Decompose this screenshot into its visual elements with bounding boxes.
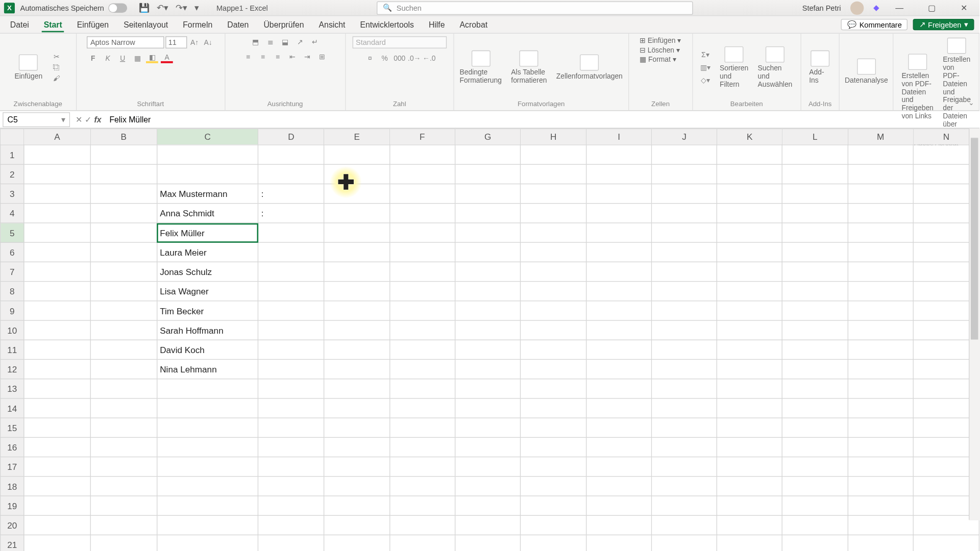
cell-L21[interactable] (782, 535, 848, 551)
column-header-M[interactable]: M (848, 129, 914, 145)
cell-B11[interactable] (90, 340, 157, 359)
cell-M6[interactable] (848, 242, 914, 262)
cell-F18[interactable] (389, 477, 455, 496)
copy-icon[interactable]: ⿻ (51, 62, 63, 72)
cell-K18[interactable] (717, 477, 782, 496)
cell-H15[interactable] (521, 418, 586, 437)
cell-E7[interactable] (324, 262, 389, 281)
cell-F15[interactable] (389, 418, 455, 437)
cell-B20[interactable] (90, 515, 157, 535)
cell-J10[interactable] (652, 320, 717, 340)
cell-H5[interactable] (521, 223, 586, 242)
cell-F17[interactable] (389, 457, 455, 477)
column-header-J[interactable]: J (652, 129, 717, 145)
share-button[interactable]: ↗ Freigeben ▾ (913, 19, 974, 30)
cell-D5[interactable] (258, 223, 324, 242)
toggle-off-icon[interactable] (108, 3, 127, 12)
cell-J8[interactable] (652, 282, 717, 301)
cell-G6[interactable] (455, 242, 521, 262)
cell-A15[interactable] (24, 418, 90, 437)
cell-L12[interactable] (782, 359, 848, 379)
cell-L16[interactable] (782, 437, 848, 457)
cell-G17[interactable] (455, 457, 521, 477)
cell-A10[interactable] (24, 320, 90, 340)
cell-L14[interactable] (782, 398, 848, 418)
cell-F3[interactable] (389, 184, 455, 203)
cell-J17[interactable] (652, 457, 717, 477)
sort-filter-button[interactable]: Sortieren und Filtern (718, 45, 749, 89)
fill-color-icon[interactable]: ◧ (146, 53, 158, 63)
cell-E21[interactable] (324, 535, 389, 551)
cell-C2[interactable] (157, 164, 258, 184)
cell-J5[interactable] (652, 223, 717, 242)
cell-E20[interactable] (324, 515, 389, 535)
cell-D9[interactable] (258, 301, 324, 320)
cell-H18[interactable] (521, 477, 586, 496)
cell-A21[interactable] (24, 535, 90, 551)
bold-button[interactable]: F (87, 53, 99, 63)
cell-C15[interactable] (157, 418, 258, 437)
column-header-H[interactable]: H (521, 129, 586, 145)
cell-D6[interactable] (258, 242, 324, 262)
cell-M16[interactable] (848, 437, 914, 457)
cell-E8[interactable] (324, 282, 389, 301)
cell-E9[interactable] (324, 301, 389, 320)
cell-C7[interactable]: Jonas Schulz (157, 262, 258, 281)
cell-L17[interactable] (782, 457, 848, 477)
cancel-formula-icon[interactable]: ✕ (76, 115, 82, 124)
select-all-corner[interactable] (1, 129, 24, 145)
cell-H20[interactable] (521, 515, 586, 535)
cell-E16[interactable] (324, 437, 389, 457)
cell-C4[interactable]: Anna Schmidt (157, 204, 258, 223)
tab-start[interactable]: Start (38, 18, 68, 31)
cell-L8[interactable] (782, 282, 848, 301)
cell-G11[interactable] (455, 340, 521, 359)
cell-I11[interactable] (586, 340, 652, 359)
cell-H6[interactable] (521, 242, 586, 262)
cell-J16[interactable] (652, 437, 717, 457)
pdf-link-button[interactable]: Erstellen von PDF-Dateien und Freigeben … (900, 53, 935, 121)
format-as-table-button[interactable]: Als Tabelle formatieren (510, 49, 548, 85)
cell-B5[interactable] (90, 223, 157, 242)
cell-G2[interactable] (455, 164, 521, 184)
avatar[interactable] (850, 1, 864, 14)
cell-I16[interactable] (586, 437, 652, 457)
cell-G5[interactable] (455, 223, 521, 242)
cell-D10[interactable] (258, 320, 324, 340)
tab-einfügen[interactable]: Einfügen (71, 18, 115, 31)
wrap-text-icon[interactable]: ↵ (309, 36, 321, 47)
cell-H9[interactable] (521, 301, 586, 320)
cell-B6[interactable] (90, 242, 157, 262)
cell-L1[interactable] (782, 145, 848, 164)
autosave-toggle[interactable]: Automatisches Speichern (20, 3, 127, 12)
cell-F12[interactable] (389, 359, 455, 379)
cell-K2[interactable] (717, 164, 782, 184)
cell-A18[interactable] (24, 477, 90, 496)
cell-B13[interactable] (90, 379, 157, 398)
cell-F4[interactable] (389, 204, 455, 223)
formula-input[interactable] (107, 112, 979, 127)
cell-K10[interactable] (717, 320, 782, 340)
cell-H1[interactable] (521, 145, 586, 164)
cell-styles-button[interactable]: Zellenformatvorlagen (555, 53, 624, 81)
minimize-button[interactable]: — (888, 3, 911, 12)
row-header-7[interactable]: 7 (1, 262, 24, 281)
cell-M15[interactable] (848, 418, 914, 437)
cell-H13[interactable] (521, 379, 586, 398)
name-box[interactable]: C5 ▾ (3, 112, 70, 127)
chevron-down-icon[interactable]: ▾ (61, 115, 65, 124)
cell-M18[interactable] (848, 477, 914, 496)
row-header-19[interactable]: 19 (1, 496, 24, 515)
row-header-3[interactable]: 3 (1, 184, 24, 203)
cell-B8[interactable] (90, 282, 157, 301)
cell-M19[interactable] (848, 496, 914, 515)
cut-icon[interactable]: ✂ (51, 51, 63, 62)
column-header-D[interactable]: D (258, 129, 324, 145)
column-header-E[interactable]: E (324, 129, 389, 145)
search-input[interactable]: 🔍 Suchen (377, 1, 693, 14)
cell-L4[interactable] (782, 204, 848, 223)
cell-H14[interactable] (521, 398, 586, 418)
cell-M2[interactable] (848, 164, 914, 184)
cell-I13[interactable] (586, 379, 652, 398)
cell-E2[interactable] (324, 164, 389, 184)
